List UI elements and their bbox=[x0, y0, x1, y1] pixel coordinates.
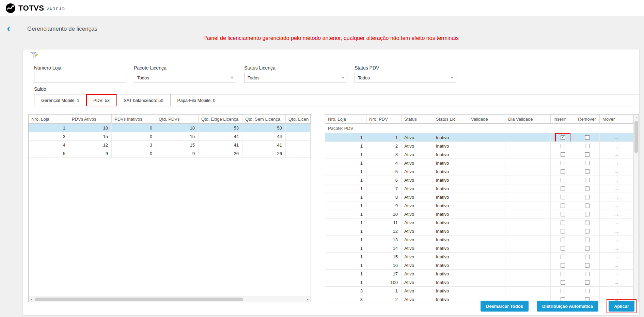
move-arrow-icon[interactable]: → bbox=[614, 263, 619, 268]
remover-checkbox[interactable] bbox=[585, 161, 590, 165]
pdv-table-row[interactable]: 15AtivoInativo→ bbox=[325, 167, 633, 176]
inserir-checkbox[interactable] bbox=[561, 152, 565, 157]
remover-checkbox[interactable] bbox=[585, 238, 590, 242]
inserir-checkbox[interactable] bbox=[561, 229, 565, 233]
pdv-table-row[interactable]: 14AtivoInativo→ bbox=[325, 159, 633, 167]
vertical-scrollbar-thumb[interactable] bbox=[634, 121, 638, 153]
filter-edit-icon[interactable] bbox=[31, 52, 38, 58]
move-arrow-icon[interactable]: → bbox=[614, 135, 619, 140]
distribuicao-automatica-button[interactable]: Distribuição Automática bbox=[537, 301, 598, 312]
remover-checkbox[interactable] bbox=[585, 272, 590, 276]
remover-checkbox[interactable] bbox=[585, 135, 590, 140]
remover-checkbox[interactable] bbox=[585, 246, 590, 251]
move-arrow-icon[interactable]: → bbox=[614, 220, 619, 225]
inserir-checkbox[interactable] bbox=[561, 144, 565, 148]
column-header[interactable]: Qtd. PDVs bbox=[156, 115, 199, 124]
pdv-table-row[interactable]: 11AtivoInativo✓→ bbox=[325, 133, 633, 142]
inserir-checkbox[interactable] bbox=[561, 246, 565, 251]
scroll-right-icon[interactable]: ► bbox=[305, 297, 311, 302]
remover-checkbox[interactable] bbox=[585, 221, 590, 225]
status-pdv-select[interactable]: Todos ▾ bbox=[355, 73, 456, 82]
pdv-table-row[interactable]: 112AtivoInativo→ bbox=[325, 227, 633, 236]
remover-checkbox[interactable] bbox=[585, 280, 590, 285]
scroll-left-icon[interactable]: ◄ bbox=[29, 297, 34, 302]
column-header[interactable]: PDVs Ativos bbox=[69, 115, 112, 124]
remover-checkbox[interactable] bbox=[585, 144, 590, 148]
inserir-checkbox[interactable]: ✓ bbox=[561, 135, 565, 140]
column-header[interactable]: Status Lic. bbox=[433, 115, 468, 124]
move-arrow-icon[interactable]: → bbox=[614, 246, 619, 251]
pdv-table-row[interactable]: 114AtivoInativo→ bbox=[325, 244, 633, 253]
remover-checkbox[interactable] bbox=[585, 178, 590, 182]
inserir-checkbox[interactable] bbox=[561, 221, 565, 225]
remover-checkbox[interactable] bbox=[585, 263, 590, 268]
column-header[interactable]: Status bbox=[402, 115, 433, 124]
remover-checkbox[interactable] bbox=[585, 169, 590, 174]
pdv-table-row[interactable]: 116AtivoInativo→ bbox=[325, 261, 633, 270]
inserir-checkbox[interactable] bbox=[561, 255, 565, 259]
move-arrow-icon[interactable]: → bbox=[614, 169, 619, 174]
back-button[interactable]: ‹ bbox=[7, 23, 10, 33]
pacote-licenca-select[interactable]: Todos ▾ bbox=[134, 73, 236, 82]
column-header[interactable]: Validade bbox=[468, 115, 505, 124]
inserir-checkbox[interactable] bbox=[561, 238, 565, 242]
move-arrow-icon[interactable]: → bbox=[614, 280, 619, 285]
remover-checkbox[interactable] bbox=[585, 255, 590, 259]
pdv-table-row[interactable]: 31AtivoInativo→ bbox=[325, 287, 633, 295]
saldo-item[interactable]: PDV: 53 bbox=[87, 94, 116, 106]
inserir-checkbox[interactable] bbox=[561, 212, 565, 216]
column-header[interactable]: Nro. PDV bbox=[366, 115, 402, 124]
stores-table-row[interactable]: 59092626 bbox=[29, 149, 311, 158]
column-header[interactable]: Qtd. Sem Licença bbox=[242, 115, 286, 124]
column-header[interactable]: Qtd. Licen bbox=[286, 115, 311, 124]
inserir-checkbox[interactable] bbox=[561, 280, 565, 285]
inserir-checkbox[interactable] bbox=[561, 289, 565, 293]
remover-checkbox[interactable] bbox=[585, 152, 590, 157]
horizontal-scrollbar-thumb[interactable] bbox=[35, 298, 243, 301]
remover-checkbox[interactable] bbox=[585, 212, 590, 216]
pdv-table-row[interactable]: 117AtivoInativo→ bbox=[325, 270, 633, 278]
inserir-checkbox[interactable] bbox=[561, 178, 565, 182]
move-arrow-icon[interactable]: → bbox=[614, 195, 619, 200]
pdv-table-row[interactable]: 1100AtivoInativo→ bbox=[325, 278, 633, 287]
inserir-checkbox[interactable] bbox=[561, 169, 565, 174]
move-arrow-icon[interactable]: → bbox=[614, 254, 619, 259]
inserir-checkbox[interactable] bbox=[561, 161, 565, 165]
pdv-table-row[interactable]: 19AtivoInativo→ bbox=[325, 201, 633, 210]
remover-checkbox[interactable] bbox=[585, 229, 590, 233]
column-header[interactable]: Nro. Loja bbox=[29, 115, 69, 124]
move-arrow-icon[interactable]: → bbox=[614, 161, 619, 166]
saldo-item[interactable]: SAT balanceado: 50 bbox=[117, 94, 170, 106]
pdv-vertical-scrollbar[interactable]: ▲ ▼ bbox=[633, 115, 639, 302]
inserir-checkbox[interactable] bbox=[561, 195, 565, 199]
stores-horizontal-scrollbar[interactable]: ◄ ► bbox=[29, 297, 311, 302]
column-header[interactable]: Inserir bbox=[551, 115, 575, 124]
stores-table-row[interactable]: 4123154141 bbox=[29, 141, 311, 149]
move-arrow-icon[interactable]: → bbox=[614, 237, 619, 242]
saldo-item[interactable]: Gerencial Mobile: 1 bbox=[34, 94, 86, 106]
move-arrow-icon[interactable]: → bbox=[614, 203, 619, 208]
scroll-up-icon[interactable]: ▲ bbox=[634, 115, 639, 120]
remover-checkbox[interactable] bbox=[585, 195, 590, 199]
pdv-table-row[interactable]: 111AtivoInativo→ bbox=[325, 218, 633, 227]
move-arrow-icon[interactable]: → bbox=[614, 288, 619, 293]
status-licenca-select[interactable]: Todos ▾ bbox=[244, 73, 347, 82]
move-arrow-icon[interactable]: → bbox=[614, 186, 619, 191]
column-header[interactable]: Mover bbox=[600, 115, 633, 124]
stores-table-row[interactable]: 3150154444 bbox=[29, 132, 311, 141]
inserir-checkbox[interactable] bbox=[561, 272, 565, 276]
inserir-checkbox[interactable] bbox=[561, 263, 565, 268]
remover-checkbox[interactable] bbox=[585, 186, 590, 191]
aplicar-button[interactable]: Aplicar bbox=[609, 301, 634, 312]
pdv-table-row[interactable]: 16AtivoInativo→ bbox=[325, 176, 633, 184]
column-header[interactable]: Remover bbox=[575, 115, 600, 124]
inserir-checkbox[interactable] bbox=[561, 186, 565, 191]
move-arrow-icon[interactable]: → bbox=[614, 152, 619, 157]
pdv-table-row[interactable]: 113AtivoInativo→ bbox=[325, 236, 633, 244]
pdv-table-row[interactable]: 12AtivoInativo→ bbox=[325, 142, 633, 150]
column-header[interactable]: Qtd. Exige Licença bbox=[199, 115, 242, 124]
pdv-table-row[interactable]: 17AtivoInativo→ bbox=[325, 184, 633, 193]
move-arrow-icon[interactable]: → bbox=[614, 144, 619, 149]
stores-table-row[interactable]: 1180185353 bbox=[29, 124, 311, 132]
column-header[interactable]: Dia Validade bbox=[505, 115, 551, 124]
